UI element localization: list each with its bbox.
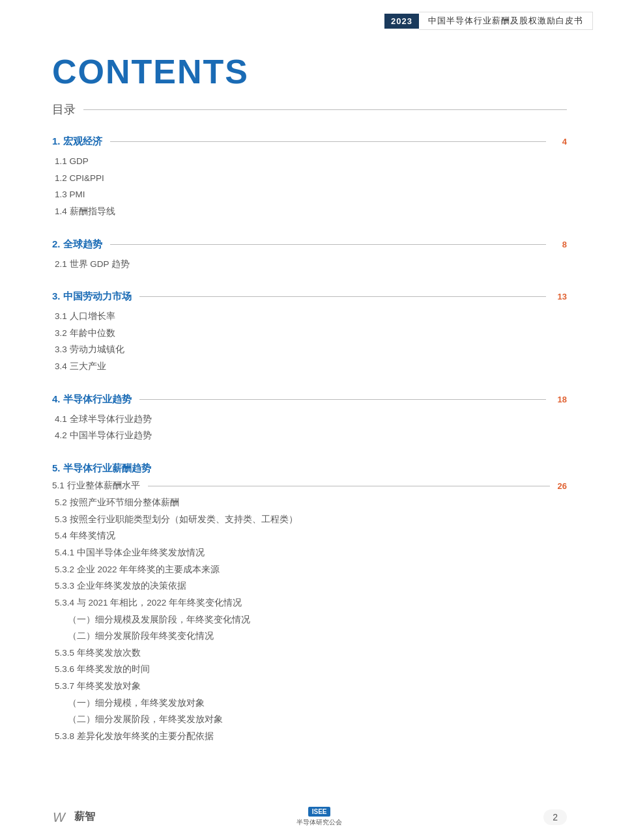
sub-item-3-3: 3.3 劳动力城镇化 bbox=[55, 341, 567, 358]
header-bar: 2023 中国半导体行业薪酬及股权激励白皮书 bbox=[384, 12, 593, 30]
sub-item-3-2: 3.2 年龄中位数 bbox=[55, 325, 567, 342]
mulu-row: 目录 bbox=[52, 102, 567, 117]
footer-page-number: 2 bbox=[543, 809, 567, 825]
section-block-1: 1. 宏观经济41.1 GDP1.2 CPI&PPI1.3 PMI1.4 薪酬指… bbox=[52, 135, 567, 220]
sub-item-5-1: 5.2 按照产业环节细分整体薪酬 bbox=[55, 494, 567, 511]
section-page-4: 18 bbox=[554, 395, 567, 404]
section-title-4: 4. 半导体行业趋势 bbox=[52, 393, 132, 406]
section-line-1 bbox=[110, 141, 546, 142]
subsection-line-row: 5.1 行业整体薪酬水平26 bbox=[52, 480, 567, 492]
footer-logo-text: 薪智 bbox=[74, 810, 95, 824]
sub-item-5-15: 5.3.8 差异化发放年终奖的主要分配依据 bbox=[55, 728, 567, 745]
sub-item-5-6: 5.3.3 企业年终奖发放的决策依据 bbox=[55, 578, 567, 595]
svg-text:W: W bbox=[53, 810, 66, 824]
page-container: 2023 中国半导体行业薪酬及股权激励白皮书 CONTENTS 目录 1. 宏观… bbox=[0, 0, 619, 840]
sub-item-5-14: （二）细分发展阶段，年终奖发放对象 bbox=[55, 711, 567, 728]
sub-item-4-2: 4.2 中国半导体行业趋势 bbox=[55, 427, 567, 444]
sub-items-3: 3.1 人口增长率3.2 年龄中位数3.3 劳动力城镇化3.4 三大产业 bbox=[52, 308, 567, 375]
section-page-1: 4 bbox=[554, 137, 567, 147]
main-content: CONTENTS 目录 1. 宏观经济41.1 GDP1.2 CPI&PPI1.… bbox=[0, 0, 619, 802]
footer-badge-sub: 半导体研究公会 bbox=[296, 818, 342, 827]
section-line-4 bbox=[139, 399, 546, 400]
w-icon: W bbox=[52, 810, 66, 824]
section-block-4: 4. 半导体行业趋势184.1 全球半导体行业趋势4.2 中国半导体行业趋势 bbox=[52, 393, 567, 444]
sub-items-2: 2.1 世界 GDP 趋势 bbox=[52, 256, 567, 273]
contents-heading: CONTENTS bbox=[52, 52, 567, 91]
footer-badge: ISEE bbox=[308, 807, 331, 817]
footer-logo-left: W 薪智 bbox=[52, 810, 95, 824]
footer: W 薪智 ISEE 半导体研究公会 2 bbox=[0, 807, 619, 827]
sub-item-5-11: 5.3.6 年终奖发放的时间 bbox=[55, 661, 567, 678]
section-page-2: 8 bbox=[554, 240, 567, 249]
header-year: 2023 bbox=[384, 14, 419, 29]
sub-item-1-2: 1.2 CPI&PPI bbox=[55, 170, 567, 187]
mulu-label: 目录 bbox=[52, 102, 76, 117]
section-header-3: 3. 中国劳动力市场13 bbox=[52, 290, 567, 303]
sub-item-5-4: 5.4.1 中国半导体企业年终奖发放情况 bbox=[55, 544, 567, 561]
w-logo: W bbox=[52, 810, 66, 824]
sub-item-5-5: 5.3.2 企业 2022 年年终奖的主要成本来源 bbox=[55, 561, 567, 578]
sub-item-1-1: 1.1 GDP bbox=[55, 153, 567, 170]
sub-item-5-3: 5.4 年终奖情况 bbox=[55, 527, 567, 544]
sub-items-5: 5.2 按照产业环节细分整体薪酬5.3 按照全行业职能类型划分（如研发类、支持类… bbox=[52, 494, 567, 745]
section-page-3: 13 bbox=[554, 292, 567, 301]
mulu-divider bbox=[83, 109, 567, 110]
sub-item-5-12: 5.3.7 年终奖发放对象 bbox=[55, 678, 567, 695]
sub-item-4-1: 4.1 全球半导体行业趋势 bbox=[55, 411, 567, 428]
subsection-line bbox=[148, 486, 550, 486]
sub-item-5-10: 5.3.5 年终奖发放次数 bbox=[55, 645, 567, 662]
sub-item-1-4: 1.4 薪酬指导线 bbox=[55, 203, 567, 220]
section-title-2: 2. 全球趋势 bbox=[52, 238, 102, 251]
section-block-5: 5. 半导体行业薪酬趋势5.1 行业整体薪酬水平265.2 按照产业环节细分整体… bbox=[52, 462, 567, 745]
section-line-2 bbox=[110, 244, 546, 245]
sub-item-5-13: （一）细分规模，年终奖发放对象 bbox=[55, 695, 567, 712]
section-header-1: 1. 宏观经济4 bbox=[52, 135, 567, 148]
section-title-3: 3. 中国劳动力市场 bbox=[52, 290, 132, 303]
sections-container: 1. 宏观经济41.1 GDP1.2 CPI&PPI1.3 PMI1.4 薪酬指… bbox=[52, 135, 567, 745]
section-line-3 bbox=[139, 296, 546, 297]
section-title-noline-5: 5. 半导体行业薪酬趋势 bbox=[52, 462, 151, 475]
header-title: 中国半导体行业薪酬及股权激励白皮书 bbox=[419, 12, 593, 30]
section-header-2: 2. 全球趋势8 bbox=[52, 238, 567, 251]
sub-items-1: 1.1 GDP1.2 CPI&PPI1.3 PMI1.4 薪酬指导线 bbox=[52, 153, 567, 220]
section-block-3: 3. 中国劳动力市场133.1 人口增长率3.2 年龄中位数3.3 劳动力城镇化… bbox=[52, 290, 567, 375]
sub-item-5-9: （二）细分发展阶段年终奖变化情况 bbox=[55, 628, 567, 645]
sub-item-1-3: 1.3 PMI bbox=[55, 186, 567, 203]
sub-item-3-1: 3.1 人口增长率 bbox=[55, 308, 567, 325]
sub-items-4: 4.1 全球半导体行业趋势4.2 中国半导体行业趋势 bbox=[52, 411, 567, 444]
section-block-2: 2. 全球趋势82.1 世界 GDP 趋势 bbox=[52, 238, 567, 273]
section-header-4: 4. 半导体行业趋势18 bbox=[52, 393, 567, 406]
sub-item-5-7: 5.3.4 与 2021 年相比，2022 年年终奖变化情况 bbox=[55, 595, 567, 611]
sub-item-5-8: （一）细分规模及发展阶段，年终奖变化情况 bbox=[55, 611, 567, 628]
footer-center: ISEE 半导体研究公会 bbox=[296, 807, 342, 827]
subsection-label: 5.1 行业整体薪酬水平 bbox=[52, 480, 140, 492]
section-title-1: 1. 宏观经济 bbox=[52, 135, 102, 148]
sub-item-3-4: 3.4 三大产业 bbox=[55, 358, 567, 375]
subsection-page: 26 bbox=[558, 481, 567, 491]
sub-item-5-2: 5.3 按照全行业职能类型划分（如研发类、支持类、工程类） bbox=[55, 511, 567, 528]
section-header-noline-5: 5. 半导体行业薪酬趋势 bbox=[52, 462, 567, 475]
sub-item-2-1: 2.1 世界 GDP 趋势 bbox=[55, 256, 567, 273]
